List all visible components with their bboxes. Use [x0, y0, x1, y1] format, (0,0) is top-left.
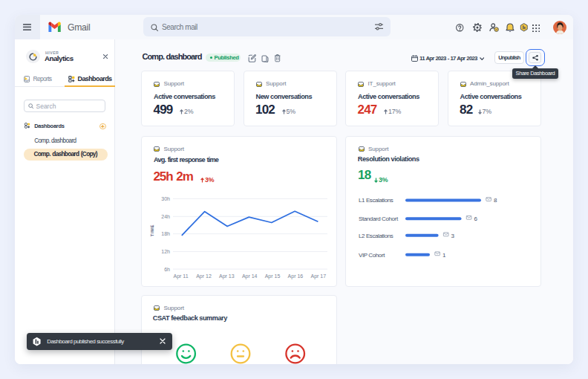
svg-text:1: 1: [442, 252, 446, 259]
svg-text:L2 Escalations: L2 Escalations: [359, 233, 393, 239]
svg-text:Standard Cohort: Standard Cohort: [359, 216, 399, 222]
svg-text:Apr 12: Apr 12: [196, 273, 212, 279]
svg-text:30h: 30h: [161, 196, 170, 201]
svg-text:8: 8: [494, 197, 497, 204]
svg-text:Apr 17: Apr 17: [310, 273, 326, 279]
svg-text:12h: 12h: [161, 249, 170, 254]
svg-text:Apr 14: Apr 14: [242, 273, 258, 279]
svg-text:Apr 16: Apr 16: [288, 273, 304, 279]
svg-text:18h: 18h: [161, 231, 170, 236]
svg-text:3: 3: [451, 233, 455, 239]
svg-text:VIP Cohort: VIP Cohort: [359, 252, 385, 259]
svg-text:24h: 24h: [161, 214, 170, 219]
svg-text:Apr 15: Apr 15: [265, 273, 281, 279]
svg-text:TIME: TIME: [150, 224, 154, 236]
svg-text:L1 Escalations: L1 Escalations: [359, 197, 393, 204]
svg-text:Apr 13: Apr 13: [219, 273, 235, 279]
svg-text:6: 6: [474, 216, 478, 222]
svg-text:Apr 11: Apr 11: [174, 273, 189, 279]
svg-text:6h: 6h: [164, 267, 170, 272]
